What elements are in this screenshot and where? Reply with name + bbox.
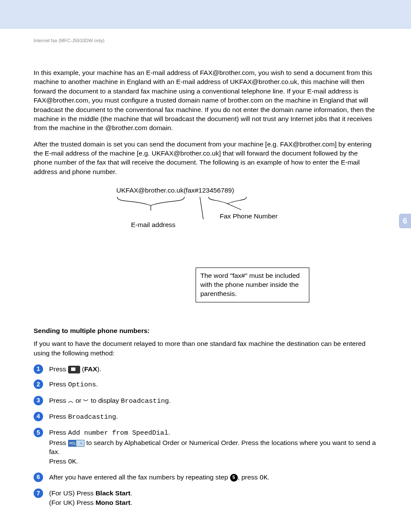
paragraph-2: After the trusted domain is set you can … [34,140,377,177]
step-text: (For US) Press [49,489,96,497]
step-7: 7 (For US) Press Black Start. (For UK) P… [34,488,377,507]
svg-line-1 [227,204,241,210]
step-text: to display [89,397,121,404]
address-diagram: UKFAX@brother.co.uk(fax#123456789) E-mai… [34,187,377,307]
step-text-bold: Black Start [96,489,131,497]
step-1: 1 Press (FAX). [34,364,377,373]
fax-icon [68,366,80,373]
step-text: After you have entered all the fax numbe… [49,473,230,481]
chapter-tab: 6 [399,214,411,228]
chevron-up-icon: ︿ [68,397,74,405]
subheading: Sending to multiple phone numbers: [34,327,377,335]
header-bar [0,0,411,28]
step-number-icon: 3 [34,396,43,405]
search-order-icon: #01 [68,440,84,447]
chevron-down-icon: ﹀ [83,397,89,405]
step-ref-icon: 5 [230,474,238,482]
page-content: Internet fax (MFC-J5910DW only) In this … [0,28,411,530]
step-6: 6 After you have entered all the fax num… [34,473,377,482]
step-text: Press [49,380,68,388]
step-text: . [169,397,171,404]
step-text: Press [49,439,68,446]
intro-paragraph: If you want to have the document relayed… [34,339,377,358]
step-text: . [116,413,118,420]
step-text: . [131,489,132,497]
step-text: . [268,473,269,481]
diagram-fax-label: Fax Phone Number [220,212,277,220]
step-number-icon: 5 [34,428,43,437]
step-text: to search by Alphabetical Order or Numer… [49,439,376,455]
paragraph-1: In this example, your machine has an E-m… [34,68,377,133]
breadcrumb: Internet fax (MFC-J5910DW only) [34,38,377,43]
step-number-icon: 2 [34,380,43,389]
ui-label: Add number from SpeedDial [68,429,168,437]
step-text: . [76,457,78,465]
step-number-icon: 1 [34,364,43,374]
step-text: Press [49,429,68,436]
step-text: Press [49,457,68,465]
step-text: . [131,499,132,506]
step-number-icon: 4 [34,412,43,421]
step-3: 3 Press ︿ or ﹀ to display Broadcasting. [34,396,377,406]
step-text: (For UK) Press [49,499,96,506]
step-text: . [96,380,98,388]
step-number-icon: 7 [34,488,43,498]
ui-label: OK [68,458,76,466]
step-4: 4 Press Broadcasting. [34,412,377,422]
svg-line-2 [200,197,207,219]
step-5: 5 Press Add number from SpeedDial. Press… [34,428,377,467]
step-text: or [74,397,83,404]
diagram-address-line: UKFAX@brother.co.uk(fax#123456789) [116,187,377,194]
step-text: Press [49,413,68,420]
step-text: Press [49,397,68,404]
step-text: . [168,429,170,436]
ui-label: Broadcasting [121,397,169,405]
diagram-email-label: E-mail address [131,221,175,229]
step-text-bold: Mono Start [96,499,131,506]
steps-list: 1 Press (FAX). 2 Press Options. 3 Press … [34,364,377,507]
ui-label: OK [259,474,268,482]
step-text: (FAX). [82,365,101,373]
diagram-note-box: The word "fax#" must be included with th… [196,268,309,302]
step-number-icon: 6 [34,473,43,482]
step-text: Press [49,365,68,373]
step-text: , press [238,473,260,481]
ui-label: Broadcasting [68,413,116,421]
ui-label: Options [68,381,96,389]
step-2: 2 Press Options. [34,380,377,389]
